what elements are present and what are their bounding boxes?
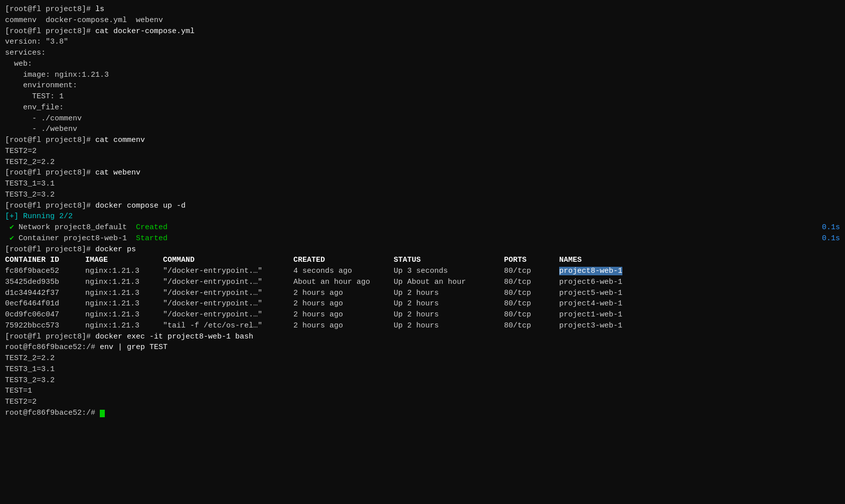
line-2: commenv docker-compose.yml webenv [5, 15, 840, 26]
prompt: [root@fl project8]# [5, 136, 95, 144]
prompt: [root@fl project8]# [5, 27, 95, 36]
line-12: - ./webenv [5, 124, 840, 135]
prompt: [root@fl project8]# [5, 5, 95, 14]
created-3: 2 hours ago [293, 288, 394, 299]
header-status: STATUS [394, 255, 504, 266]
header-created: CREATED [293, 255, 394, 266]
status-2: Up About an hour [394, 277, 504, 288]
created-5: 2 hours ago [293, 309, 394, 320]
line-19: [root@fl project8]# docker compose up -d [5, 201, 840, 212]
table-header-row: CONTAINER ID IMAGE COMMAND CREATED STATU… [5, 255, 840, 266]
started-status: Started [136, 234, 167, 243]
prompt: [root@fl project8]# [5, 245, 95, 254]
prompt: [root@fl project8]# [5, 169, 95, 177]
image-4: nginx:1.21.3 [85, 298, 163, 309]
image-5: nginx:1.21.3 [85, 309, 163, 320]
line-docker-ps: [root@fl project8]# docker ps [5, 244, 840, 255]
table-row: 35425ded935b nginx:1.21.3 "/docker-entry… [5, 277, 840, 288]
image-6: nginx:1.21.3 [85, 320, 163, 331]
cmd: cat docker-compose.yml [95, 27, 195, 36]
line-6: web: [5, 59, 840, 70]
prompt: [root@fl project8]# [5, 202, 95, 210]
line-20: [+] Running 2/2 [5, 211, 840, 222]
line-10: env_file: [5, 102, 840, 113]
container-id-4: 0ecf6464f01d [5, 298, 85, 309]
header-ports: PORTS [504, 255, 559, 266]
terminal-cursor [100, 410, 105, 417]
network-text: ✔ Network project8_default Created [5, 222, 167, 233]
container-id-6: 75922bbcc573 [5, 320, 85, 331]
container-id-3: d1c349442f37 [5, 288, 85, 299]
network-time: 0.1s [822, 222, 840, 233]
table-row: d1c349442f37 nginx:1.21.3 "/docker-entry… [5, 288, 840, 299]
header-container-id: CONTAINER ID [5, 255, 85, 266]
line-16: [root@fl project8]# cat webenv [5, 167, 840, 179]
table-row: 0ecf6464f01d nginx:1.21.3 "/docker-entry… [5, 298, 840, 309]
names-6: project3-web-1 [559, 320, 622, 331]
prompt: [root@fl project8]# [5, 332, 95, 341]
cmd: env | grep TEST [100, 343, 167, 352]
status-1: Up 3 seconds [394, 266, 504, 277]
created-4: 2 hours ago [293, 298, 394, 309]
line-final-prompt: root@fc86f9bace52:/# [5, 408, 840, 419]
line-4: version: "3.8" [5, 37, 840, 48]
names-2: project6-web-1 [559, 277, 622, 288]
container-text: ✔ Container project8-web-1 Started [5, 233, 167, 244]
prompt-container-final: root@fc86f9bace52:/# [5, 409, 100, 417]
command-1: "/docker-entrypoint.…" [163, 266, 293, 277]
cmd: ls [95, 5, 104, 14]
created-status: Created [136, 223, 167, 232]
line-13: [root@fl project8]# cat commenv [5, 135, 840, 146]
ports-3: 80/tcp [504, 288, 559, 299]
check-icon: ✔ [5, 223, 14, 232]
line-exec: [root@fl project8]# docker exec -it proj… [5, 331, 840, 343]
highlighted-name: project8-web-1 [559, 267, 622, 275]
line-test2: TEST2=2 [5, 397, 840, 408]
ports-2: 80/tcp [504, 277, 559, 288]
container-id-2: 35425ded935b [5, 277, 85, 288]
line-test2-2: TEST2_2=2.2 [5, 353, 840, 364]
line-test1: TEST=1 [5, 386, 840, 397]
line-7: image: nginx:1.21.3 [5, 70, 840, 81]
terminal: [root@fl project8]# ls commenv docker-co… [5, 4, 840, 419]
cmd: cat commenv [95, 136, 145, 144]
table-row: 75922bbcc573 nginx:1.21.3 "tail -f /etc/… [5, 320, 840, 331]
line-env: root@fc86f9bace52:/# env | grep TEST [5, 342, 840, 353]
created-2: About an hour ago [293, 277, 394, 288]
prompt-container: root@fc86f9bace52:/# [5, 343, 100, 352]
line-8: environment: [5, 80, 840, 91]
status-6: Up 2 hours [394, 320, 504, 331]
command-5: "/docker-entrypoint.…" [163, 309, 293, 320]
line-3: [root@fl project8]# cat docker-compose.y… [5, 26, 840, 37]
check-icon: ✔ [5, 234, 14, 243]
line-1: [root@fl project8]# ls [5, 4, 840, 15]
image-2: nginx:1.21.3 [85, 277, 163, 288]
command-2: "/docker-entrypoint.…" [163, 277, 293, 288]
names-3: project5-web-1 [559, 288, 622, 299]
line-9: TEST: 1 [5, 91, 840, 102]
status-4: Up 2 hours [394, 298, 504, 309]
ports-1: 80/tcp [504, 266, 559, 277]
image-1: nginx:1.21.3 [85, 266, 163, 277]
line-11: - ./commenv [5, 113, 840, 124]
command-3: "/docker-entrypoint.…" [163, 288, 293, 299]
header-command: COMMAND [163, 255, 293, 266]
container-time: 0.1s [822, 233, 840, 244]
ports-6: 80/tcp [504, 320, 559, 331]
names-4: project4-web-1 [559, 298, 622, 309]
names-1: project8-web-1 [559, 266, 622, 277]
header-names: NAMES [559, 255, 582, 266]
line-17: TEST3_1=3.1 [5, 179, 840, 190]
image-3: nginx:1.21.3 [85, 288, 163, 299]
line-5: services: [5, 48, 840, 59]
status-3: Up 2 hours [394, 288, 504, 299]
names-5: project1-web-1 [559, 309, 622, 320]
cmd: cat webenv [95, 169, 140, 177]
cmd: docker ps [95, 245, 136, 254]
status-5: Up 2 hours [394, 309, 504, 320]
line-18: TEST3_2=3.2 [5, 190, 840, 201]
line-test3-1: TEST3_1=3.1 [5, 364, 840, 375]
ports-5: 80/tcp [504, 309, 559, 320]
header-image: IMAGE [85, 255, 163, 266]
command-4: "/docker-entrypoint.…" [163, 298, 293, 309]
